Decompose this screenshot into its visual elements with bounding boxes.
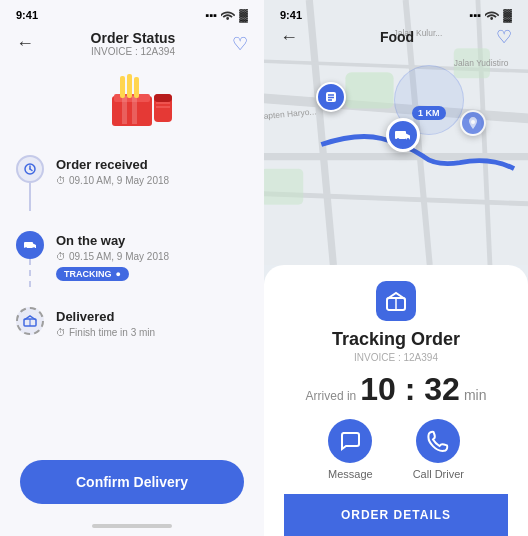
- badge-dot-icon: ●: [116, 269, 121, 279]
- left-header-title: Order Status INVOICE : 12A394: [91, 30, 176, 57]
- map-area: an Kapten Haryo... Jalan Kulur... Jalan …: [264, 0, 528, 265]
- svg-rect-29: [264, 169, 303, 205]
- right-panel: an Kapten Haryo... Jalan Kulur... Jalan …: [264, 0, 528, 536]
- message-contact[interactable]: Message: [328, 419, 373, 480]
- delivery-box-icon: [376, 281, 416, 321]
- arrived-row: Arrived in 10 : 32 min: [284, 373, 508, 405]
- restaurant-marker: [316, 82, 346, 112]
- contact-row: Message Call Driver: [284, 419, 508, 480]
- restaurant-icon: [316, 82, 346, 112]
- left-panel: 9:41 ▪▪▪ ▓ ← Order Status INVOICE : 12A3…: [0, 0, 264, 536]
- right-back-button[interactable]: ←: [280, 27, 298, 48]
- wifi-icon: [221, 9, 235, 22]
- svg-rect-9: [156, 102, 170, 104]
- svg-rect-27: [345, 72, 393, 108]
- svg-rect-4: [120, 76, 125, 98]
- step1-line: [29, 183, 31, 211]
- tracking-order-title: Tracking Order: [284, 329, 508, 350]
- svg-rect-2: [122, 96, 127, 124]
- right-header: ← Food ♡: [264, 22, 528, 56]
- phone-icon-circle: [416, 419, 460, 463]
- home-indicator: [0, 524, 264, 536]
- svg-line-13: [30, 169, 32, 171]
- step2-clock-icon: ⏱: [56, 251, 66, 262]
- step2-line: [29, 259, 31, 287]
- step2-icon: [16, 231, 44, 259]
- call-driver-contact[interactable]: Call Driver: [413, 419, 464, 480]
- message-icon: [339, 430, 361, 452]
- left-status-bar: 9:41 ▪▪▪ ▓: [0, 0, 264, 26]
- right-heart-button[interactable]: ♡: [496, 26, 512, 48]
- step2-content: On the way ⏱ 09.15 AM, 9 May 2018 TRACKI…: [56, 231, 169, 281]
- svg-rect-10: [156, 106, 170, 108]
- order-status-title: Order Status: [91, 30, 176, 46]
- message-label: Message: [328, 468, 373, 480]
- arrived-unit: min: [464, 387, 487, 403]
- confirm-delivery-button[interactable]: Confirm Delivery: [20, 460, 244, 504]
- timeline: Order received ⏱ 09.10 AM, 9 May 2018 On…: [0, 155, 264, 452]
- step3-content: Delivered ⏱ Finish time in 3 min: [56, 307, 155, 338]
- box-symbol: [385, 291, 407, 311]
- tracking-badge[interactable]: TRACKING ●: [56, 267, 129, 281]
- left-header: ← Order Status INVOICE : 12A394 ♡: [0, 26, 264, 65]
- order-details-button[interactable]: ORDER DETAILS: [284, 494, 508, 536]
- svg-point-16: [33, 247, 35, 249]
- arrived-time: 10 : 32: [360, 373, 460, 405]
- svg-rect-38: [395, 131, 406, 139]
- step1-icon-wrap: [16, 155, 44, 211]
- step3-icon: [16, 307, 44, 335]
- svg-point-15: [25, 247, 27, 249]
- svg-rect-3: [132, 96, 137, 124]
- battery-icon: ▓: [239, 8, 248, 22]
- step1-title: Order received: [56, 157, 169, 172]
- call-driver-label: Call Driver: [413, 468, 464, 480]
- clock-icon: [24, 163, 36, 175]
- step2-title: On the way: [56, 233, 169, 248]
- restaurant-symbol: [324, 90, 338, 104]
- delivery-marker: [386, 118, 420, 152]
- step3-icon-wrap: [16, 307, 44, 335]
- timeline-step-1: Order received ⏱ 09.10 AM, 9 May 2018: [16, 155, 248, 211]
- svg-text:Jalan Yudistiro: Jalan Yudistiro: [454, 58, 509, 68]
- svg-rect-6: [134, 77, 139, 98]
- svg-point-40: [407, 138, 410, 141]
- step2-icon-wrap: [16, 231, 44, 287]
- truck-icon: [23, 239, 37, 251]
- food-image-container: [0, 65, 264, 155]
- timeline-step-3: Delivered ⏱ Finish time in 3 min: [16, 307, 248, 338]
- order-invoice: INVOICE : 12A394: [91, 46, 176, 57]
- message-icon-circle: [328, 419, 372, 463]
- right-signal-icon: ▪▪▪: [470, 9, 482, 21]
- tracking-invoice: INVOICE : 12A394: [284, 352, 508, 363]
- right-wifi-icon: [485, 9, 499, 22]
- left-back-button[interactable]: ←: [16, 33, 34, 54]
- timeline-step-2: On the way ⏱ 09.15 AM, 9 May 2018 TRACKI…: [16, 231, 248, 287]
- svg-rect-14: [24, 242, 33, 248]
- step3-clock-icon: ⏱: [56, 327, 66, 338]
- step1-icon: [16, 155, 44, 183]
- truck-symbol: [394, 128, 412, 142]
- right-status-icons: ▪▪▪ ▓: [470, 8, 512, 22]
- map-page-title: Food: [380, 29, 414, 45]
- tracking-card-icon: [284, 281, 508, 321]
- left-heart-button[interactable]: ♡: [232, 33, 248, 55]
- left-status-icons: ▪▪▪ ▓: [206, 8, 248, 22]
- step1-clock-icon: ⏱: [56, 175, 66, 186]
- left-time: 9:41: [16, 9, 38, 21]
- destination-marker: [460, 110, 486, 136]
- step1-content: Order received ⏱ 09.10 AM, 9 May 2018: [56, 155, 169, 186]
- tracking-card: Tracking Order INVOICE : 12A394 Arrived …: [264, 265, 528, 536]
- svg-rect-8: [154, 94, 172, 102]
- right-battery-icon: ▓: [503, 8, 512, 22]
- destination-icon: [460, 110, 486, 136]
- svg-rect-5: [127, 74, 132, 98]
- svg-point-39: [397, 138, 400, 141]
- package-icon: [23, 315, 37, 327]
- pin-symbol: [467, 117, 479, 129]
- signal-icon: ▪▪▪: [206, 9, 218, 21]
- step3-time: ⏱ Finish time in 3 min: [56, 327, 155, 338]
- delivery-truck-icon: [386, 118, 420, 152]
- step3-title: Delivered: [56, 309, 155, 324]
- arrived-label: Arrived in: [306, 389, 357, 403]
- step1-time: ⏱ 09.10 AM, 9 May 2018: [56, 175, 169, 186]
